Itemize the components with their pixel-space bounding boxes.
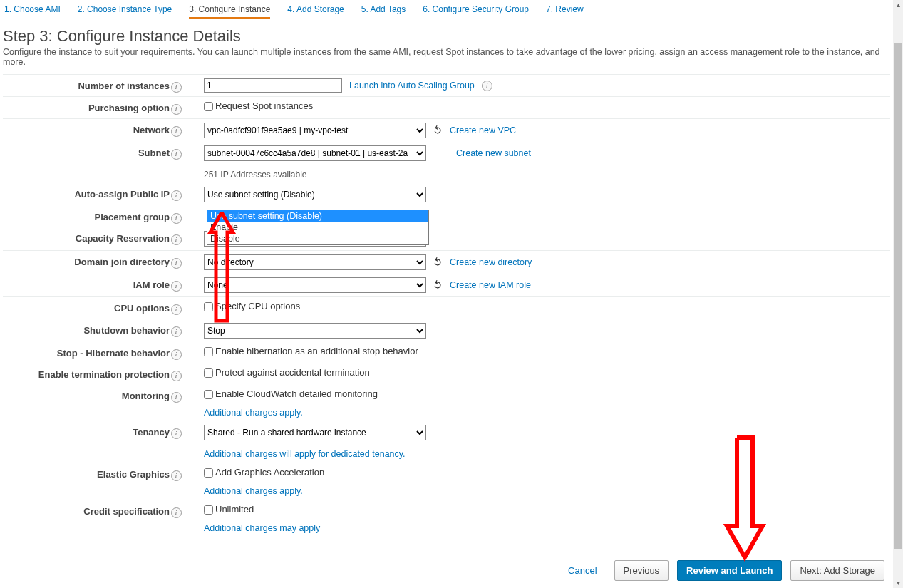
label-monitoring: Monitoring [3, 388, 170, 401]
info-icon[interactable]: i [171, 234, 182, 245]
page-description: Configure the instance to suit your requ… [3, 47, 890, 67]
request-spot-checkbox[interactable] [204, 102, 213, 111]
label-shutdown: Shutdown behavior [3, 323, 170, 336]
label-tenancy: Tenancy [3, 425, 170, 438]
create-directory-link[interactable]: Create new directory [450, 257, 532, 267]
info-icon[interactable]: i [171, 507, 182, 518]
label-num-instances: Number of instances [3, 78, 170, 91]
termination-label[interactable]: Protect against accidental termination [204, 367, 370, 378]
info-icon[interactable]: i [171, 470, 182, 481]
label-hibernate: Stop - Hibernate behavior [3, 346, 170, 359]
previous-button[interactable]: Previous [614, 560, 669, 581]
monitoring-label[interactable]: Enable CloudWatch detailed monitoring [204, 388, 378, 399]
info-icon[interactable]: i [171, 428, 182, 439]
info-icon[interactable]: i [482, 81, 492, 91]
label-placement: Placement group [3, 210, 170, 222]
monitoring-checkbox[interactable] [204, 390, 213, 399]
scroll-up-arrow[interactable]: ▴ [893, 0, 903, 10]
info-icon[interactable]: i [171, 104, 182, 115]
wizard-step-1[interactable]: 2. Choose Instance Type [78, 4, 172, 19]
create-vpc-link[interactable]: Create new VPC [450, 125, 516, 135]
scrollbar-track[interactable]: ▴ ▾ [893, 0, 903, 588]
elastic-charges-link[interactable]: Additional charges apply. [204, 486, 303, 496]
auto-ip-select[interactable]: Use subnet setting (Disable) [204, 187, 426, 202]
wizard-step-4[interactable]: 5. Add Tags [361, 4, 406, 19]
label-network: Network [3, 123, 170, 135]
label-elastic: Elastic Graphics [3, 467, 170, 480]
info-icon[interactable]: i [171, 281, 182, 292]
elastic-checkbox[interactable] [204, 468, 213, 478]
shutdown-select[interactable]: Stop [204, 323, 426, 339]
network-select[interactable]: vpc-0adfcf901f9ea5ae9 | my-vpc-test [204, 123, 426, 138]
wizard-steps: 1. Choose AMI2. Choose Instance Type3. C… [3, 3, 890, 23]
wizard-step-2: 3. Configure Instance [189, 4, 270, 19]
review-launch-button[interactable]: Review and Launch [677, 560, 782, 581]
wizard-step-3[interactable]: 4. Add Storage [287, 4, 344, 19]
credit-checkbox[interactable] [204, 505, 213, 515]
auto-ip-option[interactable]: Enable [207, 222, 428, 233]
label-subnet: Subnet [3, 145, 170, 158]
wizard-step-0[interactable]: 1. Choose AMI [4, 4, 61, 19]
info-icon[interactable]: i [171, 304, 182, 315]
label-termination: Enable termination protection [3, 367, 170, 380]
annotation-arrow-down [720, 433, 770, 562]
info-icon[interactable]: i [171, 258, 182, 269]
info-icon[interactable]: i [171, 349, 182, 360]
auto-ip-option[interactable]: Disable [207, 233, 428, 244]
info-icon[interactable]: i [171, 213, 182, 224]
info-icon[interactable]: i [171, 82, 182, 93]
label-domainjoin: Domain join directory [3, 254, 170, 267]
request-spot-label[interactable]: Request Spot instances [204, 100, 313, 111]
hibernate-checkbox[interactable] [204, 347, 213, 356]
create-iam-link[interactable]: Create new IAM role [450, 280, 531, 290]
subnet-select[interactable]: subnet-00047c6cc4a5a7de8 | subnet-01 | u… [204, 145, 426, 161]
termination-checkbox[interactable] [204, 368, 213, 378]
scrollbar-thumb[interactable] [894, 43, 902, 549]
info-icon[interactable]: i [171, 126, 182, 137]
info-icon[interactable]: i [171, 149, 182, 160]
credit-charges-link[interactable]: Additional charges may apply [204, 523, 320, 533]
info-icon[interactable]: i [171, 190, 182, 201]
label-capacity: Capacity Reservation [3, 231, 170, 244]
info-icon[interactable]: i [171, 392, 182, 403]
cancel-button[interactable]: Cancel [559, 561, 605, 580]
wizard-step-5[interactable]: 6. Configure Security Group [423, 4, 529, 19]
label-iam: IAM role [3, 277, 170, 290]
num-instances-input[interactable] [204, 78, 342, 93]
wizard-step-6[interactable]: 7. Review [546, 4, 584, 19]
create-subnet-link[interactable]: Create new subnet [456, 148, 531, 158]
auto-ip-dropdown-list[interactable]: Use subnet setting (Disable) Enable Disa… [207, 210, 429, 245]
label-auto-ip: Auto-assign Public IP [3, 187, 170, 200]
monitoring-charges-link[interactable]: Additional charges apply. [204, 408, 303, 418]
label-purchasing: Purchasing option [3, 100, 170, 113]
tenancy-select[interactable]: Shared - Run a shared hardware instance [204, 425, 426, 440]
page-title: Step 3: Configure Instance Details [3, 27, 890, 46]
tenancy-charges-link[interactable]: Additional charges will apply for dedica… [204, 449, 406, 459]
refresh-icon[interactable]: ↻ [430, 278, 445, 292]
elastic-label[interactable]: Add Graphics Acceleration [204, 467, 324, 478]
info-icon[interactable]: i [171, 371, 182, 381]
refresh-icon[interactable]: ↻ [430, 255, 445, 269]
auto-ip-option[interactable]: Use subnet setting (Disable) [207, 210, 428, 222]
annotation-arrow-up [206, 207, 237, 325]
scroll-down-arrow[interactable]: ▾ [893, 578, 903, 588]
hibernate-label[interactable]: Enable hibernation as an additional stop… [204, 346, 418, 356]
launch-asg-link[interactable]: Launch into Auto Scaling Group [349, 81, 475, 91]
credit-label[interactable]: Unlimited [204, 504, 254, 515]
info-icon[interactable]: i [171, 326, 182, 337]
label-cpu: CPU options [3, 301, 170, 314]
label-credit: Credit specification [3, 504, 170, 517]
subnet-availability: 251 IP Addresses available [204, 170, 890, 180]
refresh-icon[interactable]: ↻ [430, 123, 445, 138]
next-storage-button[interactable]: Next: Add Storage [790, 560, 884, 581]
